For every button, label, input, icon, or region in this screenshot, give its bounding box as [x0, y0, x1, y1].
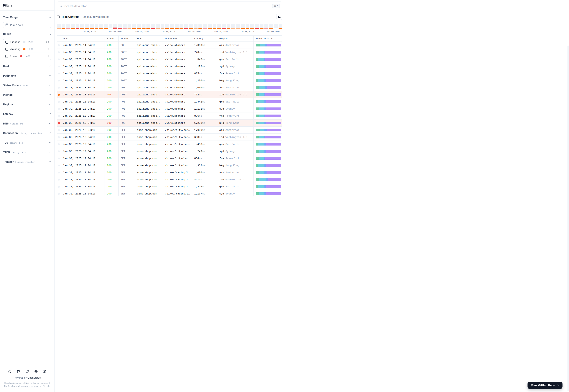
histogram-bar[interactable] — [217, 24, 221, 29]
histogram-bar[interactable] — [156, 24, 160, 29]
histogram-bar[interactable] — [194, 24, 197, 29]
histogram-bar[interactable] — [146, 24, 150, 29]
histogram-bar[interactable] — [76, 24, 80, 29]
histogram-bar[interactable] — [104, 24, 108, 29]
histogram-bar[interactable] — [137, 24, 141, 29]
histogram-bar[interactable] — [236, 24, 240, 29]
histogram-bar[interactable] — [113, 24, 117, 29]
histogram-bar[interactable] — [165, 24, 169, 29]
table-row[interactable]: Jan 30, 2025 13:04:10 200 POST api.acme-… — [57, 105, 282, 112]
histogram-bar[interactable] — [231, 24, 235, 29]
histogram-bar[interactable] — [85, 24, 89, 29]
search-input[interactable] — [64, 4, 270, 8]
sort-icon[interactable] — [101, 37, 103, 40]
histogram-bar[interactable] — [203, 24, 207, 29]
column-header[interactable]: Region — [217, 36, 253, 42]
histogram-bar[interactable] — [274, 24, 278, 29]
hide-controls-button[interactable]: Hide Controls — [57, 15, 79, 19]
filter-section-header[interactable]: Host — [3, 63, 51, 70]
column-header[interactable]: Timing Phases — [253, 36, 282, 42]
column-header[interactable]: Pathname — [163, 36, 192, 42]
histogram-bar[interactable] — [90, 24, 94, 29]
table-row[interactable]: Jan 30, 2025 12:04:10 200 GET acme-shop.… — [57, 134, 282, 141]
result-header[interactable]: Result — [3, 31, 51, 38]
result-option[interactable]: Success 2xx 28 — [3, 39, 51, 46]
table-row[interactable]: Jan 30, 2025 14:04:10 200 POST api.acme-… — [57, 56, 282, 63]
table-row[interactable]: Jan 30, 2025 14:04:10 200 POST api.acme-… — [57, 49, 282, 56]
histogram-bar[interactable] — [278, 24, 282, 29]
table-row[interactable]: Jan 30, 2025 11:04:10 200 GET acme-shop.… — [57, 190, 282, 196]
histogram-bar[interactable] — [161, 24, 165, 29]
histogram-bar[interactable] — [208, 24, 212, 29]
histogram-bar[interactable] — [151, 24, 155, 29]
table-row[interactable]: Jan 30, 2025 13:04:10 200 POST api.acme-… — [57, 84, 282, 91]
histogram-bar[interactable] — [175, 24, 179, 29]
filter-section-header[interactable]: TTFBtiming.ttfb — [3, 149, 51, 156]
filter-section-header[interactable]: Pathname — [3, 72, 51, 79]
histogram-bar[interactable] — [118, 24, 122, 29]
filter-section-header[interactable]: Regions — [3, 101, 51, 108]
table-row[interactable]: Jan 30, 2025 11:04:10 200 GET acme-shop.… — [57, 183, 282, 190]
histogram-bar[interactable] — [95, 24, 98, 29]
result-option[interactable]: Warning 4xx 1 — [3, 46, 51, 53]
histogram-bar[interactable] — [198, 24, 202, 29]
histogram-bar[interactable] — [222, 24, 226, 29]
filter-section-header[interactable]: Connectiontiming.connection — [3, 130, 51, 137]
table-row[interactable]: Jan 30, 2025 14:04:10 200 POST api.acme-… — [57, 63, 282, 70]
filter-section-header[interactable]: DNStiming.dns — [3, 120, 51, 127]
table-row[interactable]: Jan 30, 2025 13:04:10 500 POST api.acme-… — [57, 120, 282, 126]
histogram-bar[interactable] — [170, 24, 174, 29]
filter-section-header[interactable]: TLStiming.tls — [3, 139, 51, 146]
histogram-bar[interactable] — [71, 24, 75, 29]
histogram-bar[interactable] — [57, 24, 61, 29]
result-option[interactable]: Error 5xx 1 — [3, 53, 51, 60]
column-header[interactable]: Latency — [192, 36, 217, 42]
histogram-bar[interactable] — [227, 24, 231, 29]
table-row[interactable]: Jan 30, 2025 13:04:10 404 POST api.acme-… — [57, 91, 282, 98]
histogram-bar[interactable] — [189, 24, 193, 29]
histogram-bar[interactable] — [184, 24, 188, 29]
histogram-bar[interactable] — [127, 24, 131, 29]
histogram-bar[interactable] — [109, 24, 113, 29]
histogram-bar[interactable] — [123, 24, 127, 29]
checkbox[interactable] — [5, 48, 8, 51]
sort-icon[interactable] — [213, 37, 215, 40]
table-row[interactable]: Jan 30, 2025 14:04:10 200 POST api.acme-… — [57, 70, 282, 77]
column-header[interactable]: Status — [105, 36, 119, 42]
histogram-bar[interactable] — [66, 24, 70, 29]
histogram-bar[interactable] — [62, 24, 65, 29]
filter-section-header[interactable]: Transfertiming.transfer — [3, 158, 51, 165]
histogram-bar[interactable] — [260, 24, 264, 29]
filter-section-header[interactable]: Status Codestatus — [3, 82, 51, 89]
histogram-bar[interactable] — [246, 24, 250, 29]
histogram-bar[interactable] — [142, 24, 145, 29]
histogram-bar[interactable] — [132, 24, 136, 29]
table-row[interactable]: Jan 30, 2025 13:04:10 200 POST api.acme-… — [57, 98, 282, 105]
column-header[interactable]: Host — [135, 36, 163, 42]
table-row[interactable]: Jan 30, 2025 12:04:10 200 GET acme-shop.… — [57, 148, 282, 155]
view-options-button[interactable] — [276, 14, 282, 20]
column-header[interactable]: Method — [119, 36, 135, 42]
table-row[interactable]: Jan 30, 2025 14:04:10 200 POST api.acme-… — [57, 77, 282, 84]
histogram-bar[interactable] — [269, 24, 273, 29]
table-row[interactable]: Jan 30, 2025 12:04:10 200 GET acme-shop.… — [57, 126, 282, 134]
histogram-bar[interactable] — [99, 24, 103, 29]
histogram-bar[interactable] — [213, 24, 216, 29]
date-picker-button[interactable]: Pick a date — [3, 22, 51, 28]
checkbox[interactable] — [5, 55, 8, 58]
table-row[interactable]: Jan 30, 2025 11:04:10 200 GET acme-shop.… — [57, 169, 282, 176]
histogram-bar[interactable] — [264, 24, 268, 29]
table-row[interactable]: Jan 30, 2025 13:04:10 200 POST api.acme-… — [57, 112, 282, 120]
table-row[interactable]: Jan 30, 2025 12:04:10 200 GET acme-shop.… — [57, 162, 282, 169]
filter-section-header[interactable]: Method — [3, 91, 51, 98]
histogram-bar[interactable] — [255, 24, 259, 29]
column-header[interactable]: Date — [61, 36, 105, 42]
histogram-bar[interactable] — [241, 24, 245, 29]
table-row[interactable]: Jan 30, 2025 12:04:10 200 GET acme-shop.… — [57, 141, 282, 148]
table-row[interactable]: Jan 30, 2025 14:04:10 200 POST api.acme-… — [57, 42, 282, 49]
table-row[interactable]: Jan 30, 2025 11:04:10 200 GET acme-shop.… — [57, 176, 282, 183]
histogram-bar[interactable] — [250, 24, 254, 29]
search-bar[interactable]: ⌘ K — [57, 1, 282, 10]
filter-section-header[interactable]: Latency — [3, 111, 51, 117]
column-header[interactable] — [57, 36, 61, 42]
